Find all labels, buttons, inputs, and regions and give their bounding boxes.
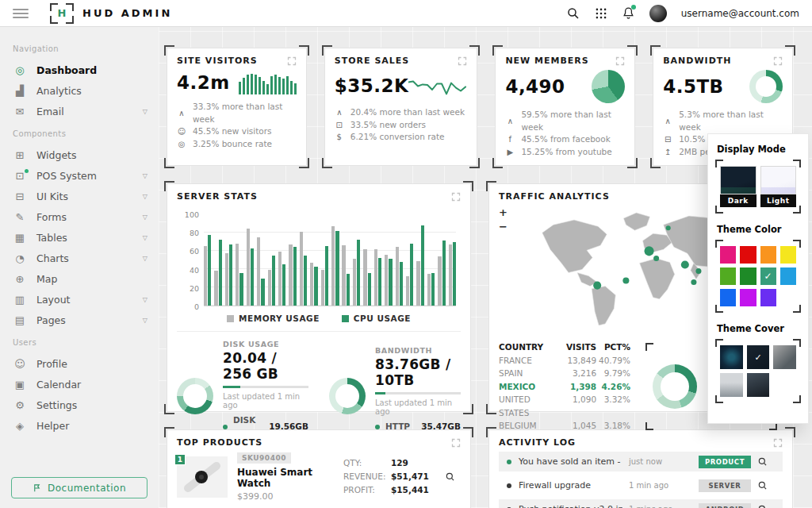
y-tick: 100 xyxy=(180,210,199,219)
expand-icon[interactable] xyxy=(287,56,297,66)
mode-preview xyxy=(720,166,756,194)
map-marker[interactable] xyxy=(691,279,696,285)
sidebar-item-map[interactable]: ⊕Map xyxy=(13,268,147,289)
apps-grid-icon[interactable] xyxy=(595,7,607,20)
map-marker[interactable] xyxy=(593,282,601,290)
sidebar-item-layout[interactable]: ▥Layout▽ xyxy=(13,289,147,310)
sidebar-item-settings[interactable]: ⚙Settings xyxy=(13,394,147,415)
theme-color-swatch[interactable] xyxy=(780,267,796,285)
sidebar-item-helper[interactable]: ◈Helper xyxy=(13,415,147,436)
sidebar-item-charts[interactable]: ◔Charts▽ xyxy=(13,248,147,268)
display-mode-light[interactable]: Light xyxy=(760,166,797,207)
theme-settings-panel: Display Mode DarkLight Theme Color Theme… xyxy=(707,133,809,424)
menu-icon[interactable] xyxy=(13,9,29,18)
theme-color-swatch[interactable] xyxy=(720,289,736,306)
sidebar-item-label: Settings xyxy=(36,399,77,411)
y-tick: 40 xyxy=(180,266,199,275)
usage-title: DISK USAGE xyxy=(223,340,308,348)
notifications-bell-icon[interactable] xyxy=(622,6,635,20)
usage-title: BANDWIDTH xyxy=(375,346,461,355)
usage-progress-fill xyxy=(375,392,385,394)
magnifier-icon[interactable] xyxy=(757,504,775,508)
expand-icon[interactable] xyxy=(773,56,783,66)
sidebar-item-tables[interactable]: ▦Tables▽ xyxy=(13,227,147,248)
display-mode-dark[interactable]: Dark xyxy=(720,166,756,207)
map-marker[interactable] xyxy=(645,246,654,256)
server-stats-chart: 100806040200 xyxy=(204,214,456,306)
cell: 13,849 xyxy=(562,354,596,368)
theme-color-swatch[interactable] xyxy=(760,289,776,306)
theme-color-swatch[interactable] xyxy=(740,246,756,264)
expand-icon[interactable] xyxy=(773,438,783,448)
theme-color-swatch-selected[interactable] xyxy=(760,267,776,285)
expand-icon[interactable] xyxy=(451,192,461,202)
sidebar-item-label: POS System xyxy=(36,170,97,182)
country-row-mexico[interactable]: MEXICO1,3984.26% xyxy=(499,380,630,394)
expand-icon[interactable] xyxy=(615,56,625,66)
expand-icon[interactable] xyxy=(451,438,461,448)
theme-cover-city[interactable] xyxy=(747,373,770,397)
user-icon: ☺ xyxy=(177,125,186,138)
theme-color-swatch[interactable] xyxy=(720,267,736,285)
stat-lines: ∧20.4% more than last week⊡33.5% new ord… xyxy=(335,106,468,144)
memory-bar xyxy=(300,232,303,306)
product-rank-badge: 1 xyxy=(174,454,186,465)
magnifier-icon[interactable] xyxy=(445,471,461,483)
legend-label: MEMORY USAGE xyxy=(239,314,320,323)
activity-message: You have sold an item - $1,299 xyxy=(519,456,622,467)
product-stats: QTY:129REVENUE:$51,471PROFIT:$15,441 xyxy=(343,456,435,497)
magnifier-icon[interactable] xyxy=(757,456,775,468)
activity-row: Push notification v2.0 installation1 min… xyxy=(499,499,783,508)
cpu-bar xyxy=(335,231,339,306)
country-row-united-states[interactable]: UNITED STATES1,0903.32% xyxy=(499,393,630,419)
theme-color-swatch[interactable] xyxy=(740,289,756,306)
sidebar-item-pages[interactable]: ▤Pages▽ xyxy=(13,310,147,330)
theme-cover-station[interactable] xyxy=(720,373,743,397)
theme-cover-dark-ring[interactable] xyxy=(720,345,743,369)
sidebar-item-widgets[interactable]: ⊞Widgets xyxy=(13,144,147,165)
email-icon: ✉ xyxy=(13,106,27,117)
stat-line-text: 33.5% new orders xyxy=(350,119,426,132)
avatar[interactable] xyxy=(649,5,667,22)
server-stats-card: SERVER STATS 100806040200 MEMORY USAGECP… xyxy=(167,183,471,412)
sidebar-item-analytics[interactable]: ▟Analytics xyxy=(13,80,147,101)
documentation-button[interactable]: Documentation xyxy=(11,477,147,498)
sidebar-item-pos-system[interactable]: ⊡POS System▽ xyxy=(13,165,147,186)
sidebar-item-calendar[interactable]: ▣Calendar xyxy=(13,374,147,394)
map-zoom-out-button[interactable]: − xyxy=(499,223,508,231)
map-africa xyxy=(639,258,674,298)
map-marker[interactable] xyxy=(622,278,629,284)
bar-group xyxy=(438,214,445,306)
theme-cover-mountain[interactable] xyxy=(773,345,796,369)
sidebar-item-profile[interactable]: ☺Profile xyxy=(13,353,147,374)
stat-main: 4,490 xyxy=(505,70,625,103)
cell: 4.26% xyxy=(596,380,630,394)
bar-group xyxy=(300,214,307,306)
sidebar-item-label: Helper xyxy=(36,420,69,432)
sidebar-item-dashboard[interactable]: ◎Dashboard xyxy=(13,60,147,80)
sidebar-item-email[interactable]: ✉Email▽ xyxy=(13,101,147,121)
map-marker[interactable] xyxy=(653,256,659,261)
sidebar-item-ui-kits[interactable]: ⊟UI Kits▽ xyxy=(13,186,147,206)
country-row-france[interactable]: FRANCE13,84940.79% xyxy=(499,354,630,368)
search-icon[interactable] xyxy=(566,6,580,21)
theme-color-swatch[interactable] xyxy=(780,246,796,264)
map-marker[interactable] xyxy=(695,268,701,274)
memory-bar xyxy=(374,249,377,306)
display-mode-heading: Display Mode xyxy=(717,144,799,155)
theme-color-swatch[interactable] xyxy=(760,246,776,264)
theme-color-swatch[interactable] xyxy=(720,246,736,264)
mini-bar xyxy=(262,81,265,94)
map-marker[interactable] xyxy=(681,260,689,268)
country-row-spain[interactable]: SPAIN3,2169.79% xyxy=(499,367,630,380)
magnifier-icon[interactable] xyxy=(757,480,775,491)
sidebar-item-forms[interactable]: ✎Forms▽ xyxy=(13,206,147,227)
map-zoom-in-button[interactable]: + xyxy=(499,209,508,217)
theme-cover-frame xyxy=(718,341,799,401)
country-table: COUNTRYVISITSPCT%FRANCE13,84940.79%SPAIN… xyxy=(499,341,630,433)
map-marker[interactable] xyxy=(666,225,671,230)
expand-icon[interactable] xyxy=(458,56,467,66)
theme-cover-dark-check[interactable] xyxy=(747,345,770,369)
stat-label: REVENUE: xyxy=(343,470,391,483)
theme-color-swatch[interactable] xyxy=(740,267,756,285)
